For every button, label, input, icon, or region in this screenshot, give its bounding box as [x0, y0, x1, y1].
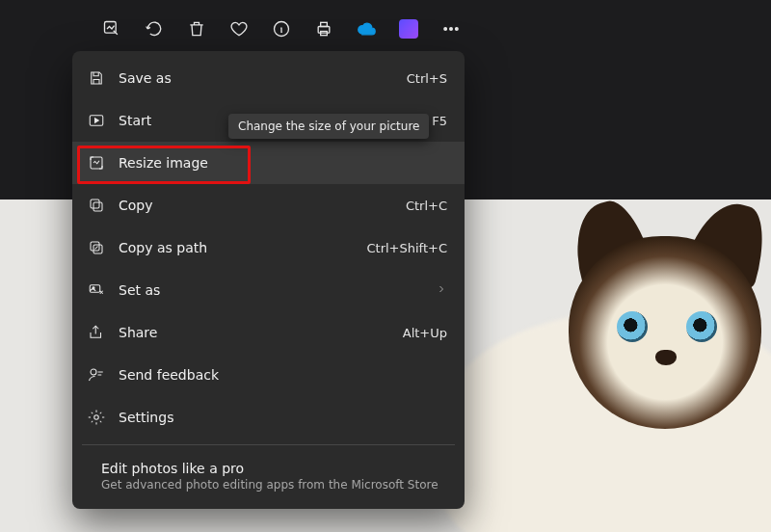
- more-icon[interactable]: [441, 19, 461, 39]
- menu-item-set-as[interactable]: Set as: [72, 269, 465, 311]
- svg-point-16: [91, 369, 96, 375]
- menu-item-send-feedback[interactable]: Send feedback: [72, 354, 465, 396]
- svg-rect-10: [93, 202, 102, 211]
- menu-label: Set as: [119, 282, 422, 298]
- menu-label: Settings: [119, 410, 447, 425]
- menu-shortcut: Alt+Up: [403, 326, 447, 340]
- menu-shortcut: Ctrl+Shift+C: [366, 241, 447, 255]
- menu-divider: [82, 444, 455, 445]
- menu-label: Resize image: [119, 155, 447, 171]
- menu-label: Share: [119, 325, 389, 340]
- copy-path-icon: [88, 239, 105, 256]
- promo-subtitle: Get advanced photo editing apps from the…: [101, 478, 439, 492]
- toolbar: [102, 19, 461, 39]
- tooltip: Change the size of your picture: [228, 114, 429, 139]
- share-icon: [88, 324, 105, 341]
- menu-label: Copy: [119, 198, 392, 213]
- resize-icon: [88, 154, 105, 172]
- delete-icon[interactable]: [187, 19, 206, 39]
- menu-shortcut: Ctrl+S: [407, 71, 447, 86]
- svg-rect-3: [321, 22, 328, 26]
- menu-item-save-as[interactable]: Save as Ctrl+S: [72, 57, 465, 99]
- svg-point-17: [94, 415, 99, 420]
- favorite-icon[interactable]: [229, 19, 249, 39]
- photo-content: [434, 207, 771, 532]
- menu-item-settings[interactable]: Settings: [72, 396, 465, 439]
- svg-point-5: [444, 28, 447, 31]
- svg-point-7: [456, 28, 459, 31]
- menu-label: Send feedback: [119, 367, 447, 383]
- menu-item-promo[interactable]: Edit photos like a pro Get advanced phot…: [72, 451, 465, 499]
- promo-title: Edit photos like a pro: [101, 461, 439, 476]
- copy-icon: [88, 197, 105, 214]
- svg-rect-2: [318, 27, 330, 34]
- menu-item-copy-as-path[interactable]: Copy as path Ctrl+Shift+C: [72, 226, 465, 269]
- rotate-icon[interactable]: [145, 19, 164, 39]
- svg-point-6: [450, 28, 453, 31]
- play-icon: [88, 112, 105, 129]
- menu-item-share[interactable]: Share Alt+Up: [72, 311, 465, 354]
- svg-rect-11: [91, 200, 99, 208]
- svg-rect-14: [90, 285, 100, 293]
- menu-shortcut: Ctrl+C: [406, 199, 447, 213]
- menu-item-resize-image[interactable]: Resize image: [72, 142, 465, 184]
- set-as-icon: [88, 281, 105, 299]
- edit-image-icon[interactable]: [102, 19, 121, 39]
- ms-store-icon[interactable]: [399, 19, 418, 39]
- tooltip-text: Change the size of your picture: [238, 120, 419, 133]
- svg-rect-12: [93, 245, 102, 253]
- menu-shortcut: F5: [432, 114, 447, 128]
- print-icon[interactable]: [314, 19, 333, 39]
- save-icon: [88, 69, 105, 87]
- menu-label: Save as: [119, 70, 393, 86]
- info-icon[interactable]: [272, 19, 291, 39]
- menu-item-copy[interactable]: Copy Ctrl+C: [72, 184, 465, 226]
- chevron-right-icon: [436, 282, 447, 298]
- svg-rect-13: [91, 242, 99, 251]
- cloud-icon[interactable]: [357, 19, 376, 39]
- menu-label: Copy as path: [119, 240, 353, 255]
- gear-icon: [88, 409, 105, 426]
- feedback-icon: [88, 366, 105, 384]
